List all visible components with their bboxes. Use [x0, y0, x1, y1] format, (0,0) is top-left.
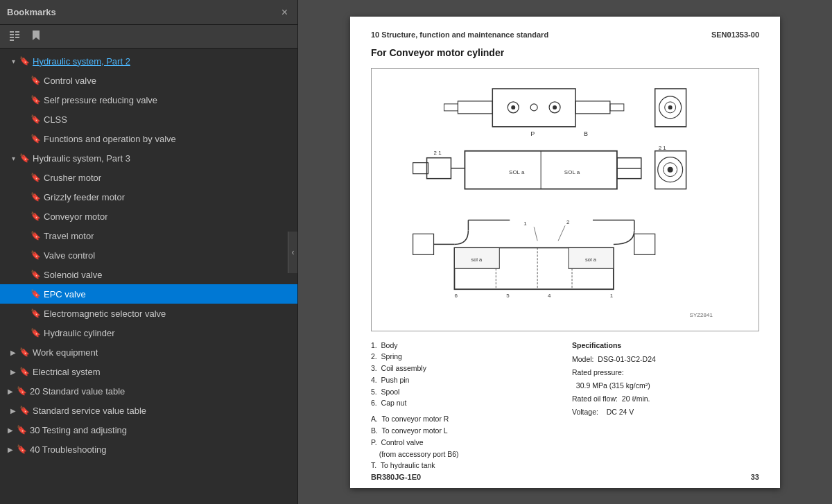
rated-oil-flow-label: Rated oil flow: [572, 394, 618, 403]
close-button[interactable]: × [279, 6, 291, 19]
bookmark-label-hyd-cyl: Hydraulic cylinder [44, 328, 115, 338]
bookmark-functions[interactable]: 🔖 Functions and operation by valve [0, 129, 297, 148]
page-footer: BR380JG-1E0 33 [371, 473, 759, 481]
bookmark-icon-crusher: 🔖 [31, 173, 40, 182]
svg-text:SYZ2841: SYZ2841 [690, 312, 713, 318]
bookmark-icon-grizzly: 🔖 [31, 192, 40, 202]
svg-rect-7 [492, 89, 575, 127]
svg-line-55 [558, 225, 565, 241]
bookmark-icon-hyd-cyl: 🔖 [31, 328, 40, 338]
rated-pressure-value: 30.9 MPa (315 kg/cm²) [576, 381, 650, 390]
bookmark-solenoid[interactable]: 🔖 Solenoid valve [0, 265, 297, 284]
bookmark-icon-em-sel: 🔖 [31, 309, 40, 318]
svg-rect-38 [413, 234, 434, 254]
collapse-panel-handle[interactable]: ‹ [288, 232, 297, 273]
svg-rect-4 [10, 37, 14, 38]
bookmark-label-testing30: 30 Testing and adjusting [30, 425, 127, 435]
svg-rect-8 [458, 101, 492, 114]
bookmark-travel[interactable]: 🔖 Travel motor [0, 226, 297, 245]
svg-text:1: 1 [523, 220, 527, 227]
bookmarks-panel: Bookmarks × ▾ 🔖 Hydraulic system, Part 2 [0, 0, 298, 504]
model-label: Model: [572, 355, 594, 363]
bookmark-control[interactable]: 🔖 Control valve [0, 71, 297, 90]
panel-header: Bookmarks × [0, 0, 297, 25]
page-header: 10 Structure, function and maintenance s… [371, 31, 759, 39]
toolbar [0, 25, 297, 49]
bookmark-label-crusher: Crusher motor [44, 173, 101, 183]
bookmark-icon-clss: 🔖 [31, 114, 40, 124]
svg-text:6: 6 [454, 293, 458, 299]
bookmark-hyd2[interactable]: ▾ 🔖 Hydraulic system, Part 2 [0, 51, 297, 71]
bookmark-icon-work-eq: 🔖 [19, 347, 29, 357]
svg-rect-52 [634, 234, 655, 254]
bookmark-work-eq[interactable]: ▶ 🔖 Work equipment [0, 342, 297, 362]
expand-arrow-elec-sys: ▶ [8, 368, 18, 376]
expand-arrow-work-eq: ▶ [8, 349, 18, 356]
bookmark-testing30[interactable]: ▶ 🔖 30 Testing and adjusting [0, 420, 297, 440]
panel-title: Bookmarks [7, 7, 56, 17]
bookmark-std20[interactable]: ▶ 🔖 20 Standard value table [0, 381, 297, 401]
bookmark-label-std-svc: Standard service value table [33, 406, 146, 416]
bookmark-icon-hyd2: 🔖 [19, 56, 29, 66]
svg-text:SOL a: SOL a [564, 169, 580, 175]
bookmark-label-solenoid: Solenoid valve [44, 270, 103, 280]
svg-text:4: 4 [548, 293, 551, 299]
svg-point-20 [668, 105, 673, 110]
bookmark-grizzly[interactable]: 🔖 Grizzly feeder motor [0, 187, 297, 207]
bookmark-crusher[interactable]: 🔖 Crusher motor [0, 168, 297, 187]
model-value: DSG-01-3C2-D24 [598, 355, 655, 363]
bookmark-label-elec-sys: Electrical system [33, 367, 101, 377]
svg-point-16 [553, 105, 557, 110]
bookmark-icon-testing30: 🔖 [17, 425, 26, 435]
footer-left: BR380JG-1E0 [371, 473, 421, 481]
rated-oil-flow-value: 20 ℓ/min. [622, 394, 650, 403]
expand-arrow-trouble40: ▶ [6, 446, 15, 453]
expand-arrow-hyd3: ▾ [8, 155, 18, 162]
svg-rect-6 [10, 40, 14, 41]
bookmark-icon-functions: 🔖 [31, 134, 40, 144]
bookmark-trouble40[interactable]: ▶ 🔖 40 Troubleshooting [0, 440, 297, 459]
expand-arrow-std20: ▶ [6, 388, 15, 395]
bookmark-icon-epc: 🔖 [31, 289, 40, 299]
bookmark-icon-travel: 🔖 [31, 231, 40, 241]
bookmark-elec-sys[interactable]: ▶ 🔖 Electrical system [0, 362, 297, 381]
bookmark-hyd3[interactable]: ▾ 🔖 Hydraulic system, Part 3 [0, 148, 297, 168]
svg-text:B: B [584, 130, 588, 137]
bookmark-em-sel[interactable]: 🔖 Electromagnetic selector valve [0, 304, 297, 323]
parts-list: 1. Body 2. Spring 3. Coil assembly 4. Pu… [371, 340, 558, 472]
page-content: 10 Structure, function and maintenance s… [350, 17, 780, 488]
bookmark-view-button[interactable] [28, 28, 44, 44]
bookmark-conveyor[interactable]: 🔖 Conveyor motor [0, 207, 297, 226]
svg-rect-0 [10, 31, 14, 33]
voltage-value: DC 24 V [607, 408, 634, 416]
bookmark-clss[interactable]: 🔖 CLSS [0, 110, 297, 129]
bookmark-label-epc: EPC valve [44, 289, 86, 299]
parts-section: 1. Body 2. Spring 3. Coil assembly 4. Pu… [371, 340, 759, 472]
document-viewer: 10 Structure, function and maintenance s… [298, 0, 832, 504]
voltage-label: Voltage: [572, 408, 598, 416]
bookmark-label-grizzly: Grizzly feeder motor [44, 192, 125, 202]
specs-title: Specifications [572, 340, 759, 352]
svg-text:2   1: 2 1 [433, 150, 442, 156]
bookmark-icon-control: 🔖 [31, 76, 40, 85]
rated-pressure-label: Rated pressure: [572, 368, 624, 376]
bookmark-valve-ctrl[interactable]: 🔖 Valve control [0, 245, 297, 265]
bookmark-icon-valve-ctrl: 🔖 [31, 250, 40, 260]
svg-point-14 [530, 104, 537, 111]
bookmark-std-svc[interactable]: ▶ 🔖 Standard service value table [0, 401, 297, 420]
valve-diagram-svg: P B SOL a SOL a [381, 75, 749, 324]
svg-rect-1 [15, 31, 19, 33]
expand-arrow-hyd2: ▾ [8, 58, 18, 65]
svg-text:1: 1 [610, 293, 614, 299]
bookmark-self-press[interactable]: 🔖 Self pressure reducing valve [0, 90, 297, 110]
bookmark-icon-std-svc: 🔖 [19, 406, 29, 415]
svg-line-53 [534, 227, 537, 241]
list-view-button[interactable] [6, 28, 24, 44]
bookmark-icon-conveyor: 🔖 [31, 211, 40, 221]
bookmark-epc[interactable]: 🔖 EPC valve [0, 284, 297, 304]
bookmark-label-clss: CLSS [44, 114, 67, 125]
bookmark-hyd-cyl[interactable]: 🔖 Hydraulic cylinder [0, 323, 297, 342]
bookmark-icon-self-press: 🔖 [31, 95, 40, 105]
svg-text:2   1: 2 1 [659, 145, 667, 151]
valve-diagram: P B SOL a SOL a [371, 68, 759, 331]
